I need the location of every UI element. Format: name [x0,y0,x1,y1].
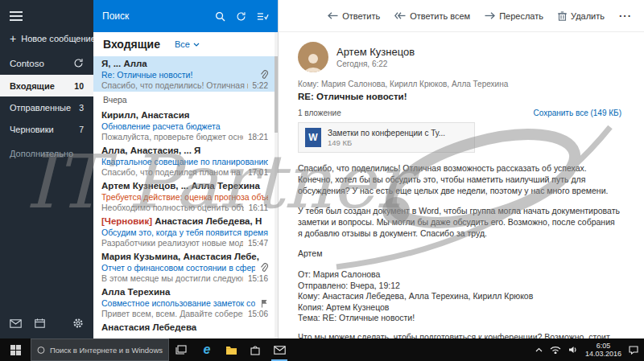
reply-all-label: Ответить всем [410,11,470,21]
sender-block: Артем Кузнецов Сегодня, 6:22 [336,46,415,68]
windows-logo-icon [10,345,21,355]
flag-icon [260,299,268,308]
message-header: Артем Кузнецов Сегодня, 6:22 [298,42,621,72]
word-file-icon: W [305,128,321,147]
plus-icon: + [10,35,16,43]
mail-item[interactable]: Мария Кузьмина, Анастасия Лебе, Отчет о … [93,249,278,285]
message-body: Спасибо, что поделились! Отличная возмож… [298,162,621,338]
forward-arrow-icon [485,12,495,19]
new-message-label: Новое сообщение [21,34,93,43]
quoted-to: Кому: Анастасия Лебедева, Алла Терехина,… [298,291,621,302]
task-view-button[interactable] [169,338,193,361]
mail-time: 15:06 [248,309,268,320]
cortana-icon [37,346,45,355]
mail-subject: Требуется действие: оценка прогноза объе… [101,192,268,203]
mail-item-selected[interactable]: Я, ... Алла Re: Отличные новости! Спасиб… [93,56,278,92]
network-icon[interactable] [550,346,561,354]
settings-gear-icon[interactable] [72,318,84,329]
mail-app-icon[interactable] [267,338,291,361]
recipients-line: Кому: Мария Салонова, Кирилл Крюков, Алл… [298,80,621,88]
mail-preview: Спасибо, что поделился планом на квартал [101,167,243,178]
clock[interactable]: 6:05 14.03.2016 [585,342,621,358]
mail-sender: Мария Кузьмина, Анастасия Лебе, [101,252,259,261]
message-toolbar: Ответить Ответить всем Переслать Удалить… [279,0,644,32]
reply-all-button[interactable]: Ответить всем [394,11,470,21]
edge-icon[interactable]: e [195,338,219,361]
volume-icon[interactable] [568,346,578,354]
mail-item[interactable]: Артем Кузнецов, ... Алла Терехина Требуе… [93,178,278,214]
mail-sender: Артем Кузнецов, ... Алла Терехина [101,181,260,191]
folder-label: Входящие [10,81,55,91]
action-center-icon[interactable] [629,346,638,355]
folder-count: 3 [79,103,84,113]
mail-time: 16:11 [249,203,268,214]
taskbar-search-placeholder: Поиск в Интернете и в Windows [50,346,163,355]
hamburger-menu-button[interactable] [10,11,23,21]
reply-label: Ответить [342,11,380,21]
refresh-icon[interactable] [236,11,246,22]
filter-label: Все [175,39,190,49]
tray-expand-icon[interactable] [535,347,543,352]
delete-button[interactable]: Удалить [558,11,605,21]
sidebar-item-drafts[interactable]: Черновики 7 [0,118,93,140]
reply-button[interactable]: Ответить [328,11,380,21]
folder-list: Входящие 10 Отправленные 3 Черновики 7 Д… [0,75,93,164]
list-scrollbar[interactable] [275,32,278,338]
scrollbar-thumb[interactable] [275,56,278,133]
file-explorer-icon[interactable] [219,338,243,361]
list-title: Входящие [103,38,160,51]
clock-time: 6:05 [585,342,621,350]
new-message-button[interactable]: + Новое сообщение [0,21,93,50]
calendar-nav-icon[interactable] [35,318,45,328]
mail-item[interactable]: Анастасия Лебедева [93,320,278,338]
system-tray: 6:05 14.03.2016 [535,338,644,361]
selection-mode-icon[interactable] [257,11,269,22]
body-signature: Артем [298,248,621,259]
folder-label: Черновики [10,125,54,134]
mail-item[interactable]: Алла, Анастасия, ... Я Квартальное совещ… [93,143,278,178]
quoted-subject: Тема: RE: Отличные новости! [298,313,621,324]
attachment-meta: Заметки по конференции с Ту... 149 КБ [328,129,445,147]
sidebar-item-more[interactable]: Дополнительно [0,142,93,164]
sidebar: + Новое сообщение Contoso Входящие 10 От… [0,0,93,338]
draft-prefix: [Черновик] [101,216,152,226]
pinned-apps: e [195,338,291,361]
mail-subject: Обновление расчета бюджета [101,121,268,133]
mail-time: 5:22 [253,80,268,92]
search-bar: Поиск [93,0,278,32]
account-name: Contoso [10,59,44,68]
paperclip-icon [260,70,268,80]
mail-preview: В этом месяце мы достигли следующих резу… [101,273,243,285]
sync-icon[interactable] [73,58,84,68]
attachments-count-label: 1 вложение [298,109,341,117]
store-icon[interactable] [243,338,267,361]
search-input[interactable]: Поиск [102,10,204,22]
reply-all-arrow-icon [394,12,406,19]
mail-item[interactable]: [Черновик] Анастасия Лебедева, Н Обсудим… [93,214,278,249]
message-sent-time: Сегодня, 6:22 [336,59,415,68]
attachment-card[interactable]: W Заметки по конференции с Ту... 149 КБ [298,122,475,153]
mail-time: 15:47 [248,238,268,249]
list-header: Входящие Все [93,32,278,56]
clock-date: 14.03.2016 [585,350,621,358]
save-all-link[interactable]: Сохранить все (149 КБ) [533,109,621,117]
mail-item[interactable]: Алла Терехина Совместное использование з… [93,285,278,320]
mail-subject: Re: Отличные новости! [101,70,255,81]
start-button[interactable] [0,338,31,361]
mail-preview: Необходимо полностью оценить объемы пост [101,203,244,214]
mail-subject: Обсудим это, когда у тебя появится время [101,228,268,239]
filter-dropdown[interactable]: Все [175,39,200,49]
forward-button[interactable]: Переслать [485,11,543,21]
mail-item[interactable]: Кирилл, Анастасия Обновление расчета бюд… [93,108,278,143]
more-actions-button[interactable]: ··· [619,10,632,22]
mail-sender: Алла Терехина [101,287,170,297]
attachment-name: Заметки по конференции с Ту... [328,129,445,137]
mail-sender: Я, ... Алла [101,59,147,68]
avatar [298,42,328,72]
taskbar-search[interactable]: Поиск в Интернете и в Windows [31,338,169,361]
account-row[interactable]: Contoso [0,50,93,75]
sidebar-item-inbox[interactable]: Входящие 10 [0,75,93,96]
search-icon[interactable] [215,11,225,22]
sidebar-item-sent[interactable]: Отправленные 3 [0,96,93,118]
mail-nav-icon[interactable] [10,319,22,328]
